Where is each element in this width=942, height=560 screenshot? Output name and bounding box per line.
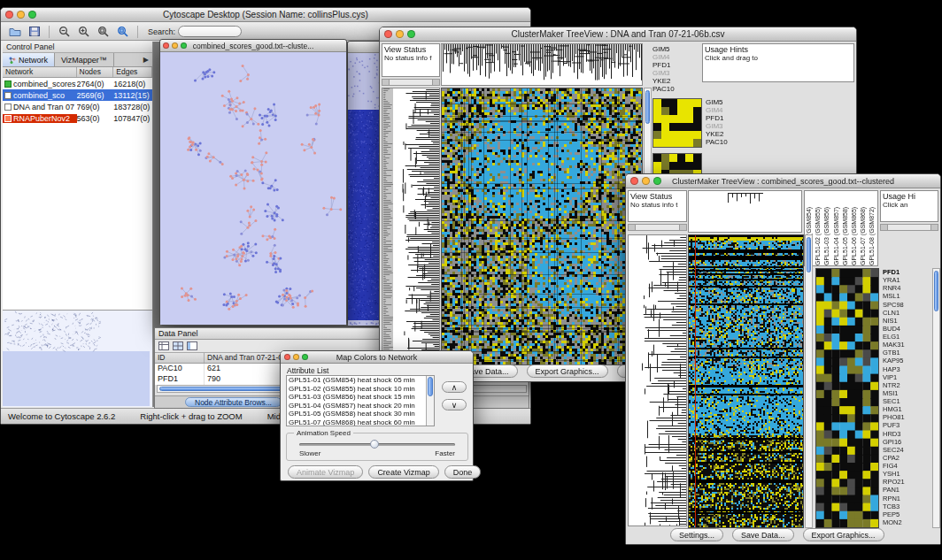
attribute-list-item[interactable]: GPL51-03 (GSM856) heat shock 15 min — [287, 393, 434, 402]
move-down-button[interactable]: ∨ — [442, 399, 467, 410]
heatmap-global[interactable] — [688, 234, 804, 528]
gene-label[interactable]: CLN1 — [883, 309, 930, 317]
col-id[interactable]: ID — [155, 353, 205, 363]
tab-node-attribute-browser[interactable]: Node Attribute Brows... — [185, 397, 282, 407]
zoom-window-icon[interactable] — [181, 42, 187, 49]
gene-label[interactable]: PUF3 — [883, 421, 930, 429]
heatmap-global[interactable] — [441, 88, 643, 365]
column-label[interactable]: GPL51-07 (GSM868) — [859, 191, 868, 265]
treeview1-titlebar[interactable]: ClusterMaker TreeView : DNA and Tran 07-… — [380, 27, 856, 42]
tab-overflow-icon[interactable]: ▶ — [114, 53, 152, 66]
animate-vizmap-button[interactable]: Animate Vizmap — [288, 465, 363, 479]
gene-label[interactable]: SEC24 — [883, 446, 930, 454]
gene-label[interactable]: PAN1 — [883, 486, 930, 494]
gene-label[interactable]: PAC10 — [652, 85, 700, 93]
attribute-list-item[interactable]: GPL51-05 (GSM858) heat shock 30 min — [287, 410, 434, 418]
gene-label[interactable]: MON2 — [883, 518, 930, 526]
gene-label[interactable]: YKE2 — [706, 130, 745, 138]
column-icon[interactable] — [187, 341, 197, 350]
table-icon[interactable] — [158, 341, 169, 350]
column-label[interactable]: GPL51-05 (GSM858) — [841, 191, 850, 265]
minimize-icon[interactable] — [17, 11, 25, 19]
column-label[interactable]: GPL51-04 (GSM857) — [832, 191, 841, 265]
gene-label[interactable]: PFD1 — [883, 268, 930, 276]
gene-label[interactable]: GIM5 — [652, 45, 700, 53]
gene-label[interactable]: MSI1 — [883, 389, 930, 397]
zoom-region-icon[interactable] — [114, 25, 131, 39]
speed-slider-thumb[interactable] — [370, 440, 379, 449]
zoom-out-icon[interactable] — [56, 25, 73, 39]
gene-label[interactable]: FIG4 — [883, 462, 930, 470]
row-dendrogram[interactable] — [382, 88, 440, 364]
column-label[interactable]: GPL51-08 (GSM872) — [868, 191, 876, 265]
zoom-window-icon[interactable] — [302, 354, 308, 360]
correlation-matrix-1[interactable] — [652, 98, 702, 148]
zoom-vscrollbar[interactable] — [932, 268, 940, 528]
treeview-button[interactable]: Save Data... — [732, 528, 794, 541]
view-status-scrollbar[interactable] — [382, 79, 440, 86]
create-vizmap-button[interactable]: Create Vizmap — [368, 465, 438, 479]
gene-label[interactable]: MAK31 — [883, 341, 930, 349]
close-icon[interactable] — [5, 11, 13, 19]
gene-label[interactable]: ELG1 — [883, 333, 930, 341]
done-button[interactable]: Done — [444, 465, 482, 479]
gene-label[interactable]: HMG1 — [883, 405, 930, 413]
attribute-list-item[interactable]: GPL51-04 (GSM857) heat shock 20 min — [287, 402, 434, 410]
gene-label[interactable]: HRD3 — [883, 430, 930, 438]
zoom-in-icon[interactable] — [75, 25, 92, 39]
gene-label[interactable]: YRA1 — [883, 276, 930, 284]
gene-label[interactable]: GIM3 — [706, 122, 745, 130]
col-nodes[interactable]: Nodes — [77, 67, 114, 77]
attribute-list-scrollbar[interactable] — [426, 376, 434, 426]
gene-label[interactable]: RPN1 — [883, 495, 930, 502]
attribute-list-item[interactable]: GPL51-07 (GSM868) heat shock 60 min — [287, 418, 434, 426]
close-icon[interactable] — [163, 42, 169, 49]
treeview-button[interactable]: Settings... — [670, 528, 723, 541]
main-titlebar[interactable]: Cytoscape Desktop (Session Name: collins… — [1, 8, 530, 22]
heatmap-zoom[interactable] — [815, 268, 879, 528]
column-label[interactable]: GPL51-06 (GSM865) — [850, 191, 859, 265]
gene-label[interactable]: YKE2 — [652, 77, 700, 85]
gene-label[interactable]: YSH1 — [883, 470, 930, 478]
gene-label[interactable]: GIM5 — [706, 98, 745, 106]
global-vscrollbar[interactable] — [805, 234, 813, 528]
close-icon[interactable] — [384, 30, 392, 38]
gene-label[interactable]: GIM4 — [706, 106, 745, 114]
minimize-icon[interactable] — [642, 177, 650, 185]
col-network[interactable]: Network — [3, 67, 77, 77]
gene-label[interactable]: GIM4 — [652, 53, 700, 61]
gene-label[interactable]: RPO21 — [883, 478, 930, 486]
search-input[interactable] — [178, 26, 242, 37]
minimize-icon[interactable] — [172, 42, 178, 49]
col-edges[interactable]: Edges — [113, 67, 152, 77]
column-dendrogram[interactable] — [688, 190, 802, 233]
column-label[interactable]: GPL51-03 (GSM856) — [822, 191, 831, 265]
gene-label[interactable]: SPC98 — [883, 301, 930, 309]
gene-label[interactable]: GIM3 — [652, 69, 700, 77]
gene-label[interactable]: SEC1 — [883, 397, 930, 405]
gene-label[interactable]: PHO81 — [883, 413, 930, 421]
zoom-fit-icon[interactable] — [95, 25, 112, 39]
birdseye-view[interactable] — [3, 310, 152, 407]
tab-network[interactable]: Network — [3, 53, 55, 66]
close-icon[interactable] — [630, 177, 638, 185]
gene-label[interactable]: PFD1 — [652, 61, 700, 69]
network-canvas[interactable] — [160, 52, 346, 325]
network-row[interactable]: DNA and Tran 07 769(0) 183728(0) — [3, 101, 152, 112]
gene-label[interactable]: RNR4 — [883, 284, 930, 292]
open-folder-icon[interactable] — [6, 25, 23, 39]
network-row[interactable]: combined_scores 2764(0) 16218(0) — [3, 78, 152, 89]
minimize-icon[interactable] — [293, 354, 299, 360]
minimize-icon[interactable] — [396, 30, 404, 38]
gene-label[interactable]: HAP3 — [883, 365, 930, 373]
save-icon[interactable] — [26, 25, 42, 39]
dialog-titlebar[interactable]: Map Colors to Network — [281, 351, 473, 364]
zoom-window-icon[interactable] — [28, 11, 36, 19]
gene-label[interactable]: PEP5 — [883, 510, 930, 518]
row-dendrogram[interactable] — [628, 234, 687, 526]
gene-label[interactable]: VIP1 — [883, 373, 930, 381]
gene-label[interactable]: PFD1 — [706, 114, 745, 122]
gene-label[interactable]: TCB3 — [883, 502, 930, 510]
attribute-list-item[interactable]: GPL51-02 (GSM855) heat shock 10 min — [287, 385, 434, 394]
network-titlebar[interactable]: combined_scores_good.txt--cluste... — [160, 40, 346, 52]
